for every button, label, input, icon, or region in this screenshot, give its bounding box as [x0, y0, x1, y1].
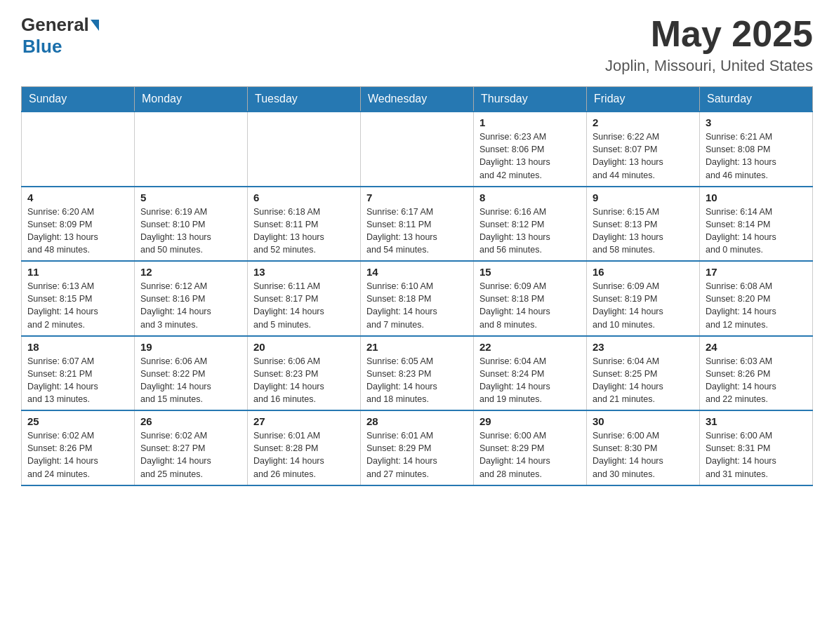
day-number: 30: [593, 415, 694, 427]
day-info: Sunrise: 6:04 AM Sunset: 8:24 PM Dayligh…: [479, 355, 581, 406]
calendar-cell: [248, 112, 361, 187]
day-info: Sunrise: 6:04 AM Sunset: 8:25 PM Dayligh…: [593, 355, 694, 406]
day-info: Sunrise: 6:22 AM Sunset: 8:07 PM Dayligh…: [593, 130, 694, 182]
day-number: 6: [253, 192, 355, 203]
calendar-week-row: 4Sunrise: 6:20 AM Sunset: 8:09 PM Daylig…: [22, 187, 813, 262]
calendar-cell: 13Sunrise: 6:11 AM Sunset: 8:17 PM Dayli…: [248, 261, 361, 336]
calendar-day-header: Saturday: [700, 87, 813, 112]
day-number: 27: [253, 415, 355, 427]
day-number: 28: [366, 415, 468, 427]
day-info: Sunrise: 6:10 AM Sunset: 8:18 PM Dayligh…: [366, 280, 468, 331]
day-number: 14: [366, 266, 468, 278]
day-info: Sunrise: 6:01 AM Sunset: 8:29 PM Dayligh…: [366, 429, 468, 481]
day-number: 5: [140, 192, 241, 203]
day-number: 16: [593, 266, 694, 278]
day-info: Sunrise: 6:23 AM Sunset: 8:06 PM Dayligh…: [479, 130, 581, 182]
calendar-cell: 26Sunrise: 6:02 AM Sunset: 8:27 PM Dayli…: [135, 410, 248, 485]
calendar-day-header: Friday: [587, 87, 700, 112]
day-info: Sunrise: 6:00 AM Sunset: 8:29 PM Dayligh…: [479, 429, 581, 481]
day-info: Sunrise: 6:20 AM Sunset: 8:09 PM Dayligh…: [27, 206, 128, 257]
day-info: Sunrise: 6:07 AM Sunset: 8:21 PM Dayligh…: [27, 355, 128, 406]
day-number: 17: [706, 266, 807, 278]
calendar-cell: 7Sunrise: 6:17 AM Sunset: 8:11 PM Daylig…: [361, 187, 474, 262]
day-info: Sunrise: 6:13 AM Sunset: 8:15 PM Dayligh…: [27, 280, 128, 331]
day-number: 11: [27, 266, 128, 278]
calendar-cell: 6Sunrise: 6:18 AM Sunset: 8:11 PM Daylig…: [248, 187, 361, 262]
day-number: 1: [479, 116, 581, 128]
calendar-day-header: Monday: [135, 87, 248, 112]
calendar-cell: 9Sunrise: 6:15 AM Sunset: 8:13 PM Daylig…: [587, 187, 700, 262]
day-info: Sunrise: 6:06 AM Sunset: 8:22 PM Dayligh…: [140, 355, 241, 406]
calendar-cell: 31Sunrise: 6:00 AM Sunset: 8:31 PM Dayli…: [700, 410, 813, 485]
day-number: 9: [593, 192, 694, 203]
day-number: 12: [140, 266, 241, 278]
logo-blue-text: Blue: [22, 36, 99, 58]
calendar-cell: 28Sunrise: 6:01 AM Sunset: 8:29 PM Dayli…: [361, 410, 474, 485]
calendar-cell: 19Sunrise: 6:06 AM Sunset: 8:22 PM Dayli…: [135, 336, 248, 411]
calendar-table: SundayMondayTuesdayWednesdayThursdayFrid…: [21, 86, 813, 486]
day-number: 24: [706, 341, 807, 353]
day-number: 10: [706, 192, 807, 203]
day-number: 22: [479, 341, 581, 353]
page-header: General Blue May 2025 Joplin, Missouri, …: [21, 14, 813, 75]
day-number: 29: [479, 415, 581, 427]
day-info: Sunrise: 6:00 AM Sunset: 8:31 PM Dayligh…: [706, 429, 807, 481]
calendar-cell: 22Sunrise: 6:04 AM Sunset: 8:24 PM Dayli…: [474, 336, 587, 411]
calendar-day-header: Tuesday: [248, 87, 361, 112]
day-number: 8: [479, 192, 581, 203]
day-number: 31: [706, 415, 807, 427]
day-info: Sunrise: 6:05 AM Sunset: 8:23 PM Dayligh…: [366, 355, 468, 406]
day-number: 21: [366, 341, 468, 353]
calendar-cell: 20Sunrise: 6:06 AM Sunset: 8:23 PM Dayli…: [248, 336, 361, 411]
calendar-cell: 24Sunrise: 6:03 AM Sunset: 8:26 PM Dayli…: [700, 336, 813, 411]
logo-general-text: General: [21, 14, 89, 36]
day-info: Sunrise: 6:02 AM Sunset: 8:27 PM Dayligh…: [140, 429, 241, 481]
day-info: Sunrise: 6:18 AM Sunset: 8:11 PM Dayligh…: [253, 206, 355, 257]
calendar-cell: 15Sunrise: 6:09 AM Sunset: 8:18 PM Dayli…: [474, 261, 587, 336]
calendar-cell: [361, 112, 474, 187]
day-info: Sunrise: 6:19 AM Sunset: 8:10 PM Dayligh…: [140, 206, 241, 257]
calendar-header-row: SundayMondayTuesdayWednesdayThursdayFrid…: [22, 87, 813, 112]
calendar-cell: 23Sunrise: 6:04 AM Sunset: 8:25 PM Dayli…: [587, 336, 700, 411]
calendar-day-header: Sunday: [22, 87, 135, 112]
day-info: Sunrise: 6:21 AM Sunset: 8:08 PM Dayligh…: [706, 130, 807, 182]
calendar-cell: 18Sunrise: 6:07 AM Sunset: 8:21 PM Dayli…: [22, 336, 135, 411]
calendar-cell: [135, 112, 248, 187]
day-info: Sunrise: 6:17 AM Sunset: 8:11 PM Dayligh…: [366, 206, 468, 257]
calendar-cell: 29Sunrise: 6:00 AM Sunset: 8:29 PM Dayli…: [474, 410, 587, 485]
calendar-cell: 27Sunrise: 6:01 AM Sunset: 8:28 PM Dayli…: [248, 410, 361, 485]
day-number: 7: [366, 192, 468, 203]
day-info: Sunrise: 6:02 AM Sunset: 8:26 PM Dayligh…: [27, 429, 128, 481]
calendar-cell: 11Sunrise: 6:13 AM Sunset: 8:15 PM Dayli…: [22, 261, 135, 336]
day-info: Sunrise: 6:00 AM Sunset: 8:30 PM Dayligh…: [593, 429, 694, 481]
calendar-cell: 1Sunrise: 6:23 AM Sunset: 8:06 PM Daylig…: [474, 112, 587, 187]
day-number: 19: [140, 341, 241, 353]
calendar-cell: 30Sunrise: 6:00 AM Sunset: 8:30 PM Dayli…: [587, 410, 700, 485]
day-info: Sunrise: 6:11 AM Sunset: 8:17 PM Dayligh…: [253, 280, 355, 331]
calendar-week-row: 11Sunrise: 6:13 AM Sunset: 8:15 PM Dayli…: [22, 261, 813, 336]
calendar-cell: 16Sunrise: 6:09 AM Sunset: 8:19 PM Dayli…: [587, 261, 700, 336]
day-info: Sunrise: 6:09 AM Sunset: 8:19 PM Dayligh…: [593, 280, 694, 331]
day-info: Sunrise: 6:09 AM Sunset: 8:18 PM Dayligh…: [479, 280, 581, 331]
calendar-cell: 5Sunrise: 6:19 AM Sunset: 8:10 PM Daylig…: [135, 187, 248, 262]
day-info: Sunrise: 6:12 AM Sunset: 8:16 PM Dayligh…: [140, 280, 241, 331]
month-year-title: May 2025: [605, 14, 813, 54]
day-info: Sunrise: 6:08 AM Sunset: 8:20 PM Dayligh…: [706, 280, 807, 331]
calendar-cell: 17Sunrise: 6:08 AM Sunset: 8:20 PM Dayli…: [700, 261, 813, 336]
calendar-week-row: 18Sunrise: 6:07 AM Sunset: 8:21 PM Dayli…: [22, 336, 813, 411]
calendar-day-header: Wednesday: [361, 87, 474, 112]
day-number: 2: [593, 116, 694, 128]
day-info: Sunrise: 6:16 AM Sunset: 8:12 PM Dayligh…: [479, 206, 581, 257]
day-info: Sunrise: 6:03 AM Sunset: 8:26 PM Dayligh…: [706, 355, 807, 406]
header-right: May 2025 Joplin, Missouri, United States: [605, 14, 813, 75]
calendar-cell: 3Sunrise: 6:21 AM Sunset: 8:08 PM Daylig…: [700, 112, 813, 187]
calendar-cell: 8Sunrise: 6:16 AM Sunset: 8:12 PM Daylig…: [474, 187, 587, 262]
calendar-cell: 2Sunrise: 6:22 AM Sunset: 8:07 PM Daylig…: [587, 112, 700, 187]
day-info: Sunrise: 6:06 AM Sunset: 8:23 PM Dayligh…: [253, 355, 355, 406]
day-number: 23: [593, 341, 694, 353]
calendar-week-row: 25Sunrise: 6:02 AM Sunset: 8:26 PM Dayli…: [22, 410, 813, 485]
location-subtitle: Joplin, Missouri, United States: [605, 57, 813, 75]
day-number: 3: [706, 116, 807, 128]
day-number: 15: [479, 266, 581, 278]
calendar-cell: 10Sunrise: 6:14 AM Sunset: 8:14 PM Dayli…: [700, 187, 813, 262]
